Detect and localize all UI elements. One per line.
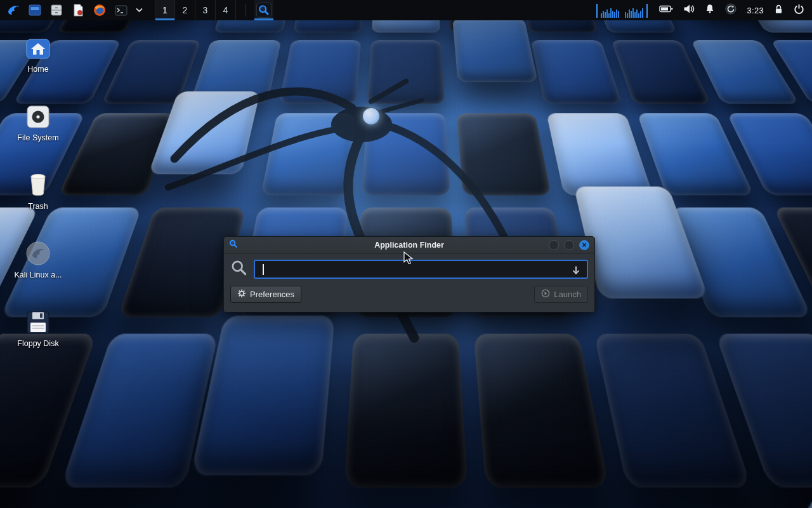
home-icon [25,32,51,61]
desktop-icon-kali-volume[interactable]: Kali Linux a... [8,237,69,279]
desktop-icon-column: Home File System Trash Kali Linux a... F… [8,32,69,348]
graph-cap [596,4,598,18]
drive-icon [25,100,51,130]
desktop-root: 1234 3:23 [0,0,812,508]
desktop-icon-home[interactable]: Home [8,32,69,74]
workspace-1[interactable]: 1 [155,0,175,20]
launch-label: Launch [554,290,581,299]
firefox-icon[interactable] [91,2,108,18]
desktop-icon-file-system[interactable]: File System [8,100,69,142]
desktop-icon-label: Trash [28,202,48,211]
application-finder-icon [256,3,272,18]
desktop-icon-label: Kali Linux a... [14,271,62,279]
system-graph [601,8,619,18]
notifications-bell-icon[interactable] [705,4,715,17]
desktop-icon-label: Home [27,65,48,74]
glass-sphere [363,108,379,124]
volume-icon[interactable] [683,4,695,17]
lock-icon[interactable] [774,4,783,17]
logout-power-icon[interactable] [794,4,804,17]
taskbar-application-finder[interactable] [254,0,273,20]
system-graph [625,8,643,18]
search-input[interactable] [254,260,588,279]
text-caret [263,264,264,275]
minimize-button[interactable] [549,240,559,250]
workspace-3[interactable]: 3 [195,0,216,20]
preferences-label: Preferences [250,290,294,299]
dropdown-arrow-icon[interactable] [569,264,583,277]
close-button[interactable]: × [579,240,589,250]
system-monitor [596,3,648,18]
trash-icon [25,169,51,198]
file-cabinet-icon[interactable] [48,2,65,18]
clock[interactable]: 3:23 [747,6,764,15]
graph-cap [646,4,648,18]
window-magnifier-icon [229,239,238,251]
app-window-icon[interactable] [27,2,43,18]
workspace-4[interactable]: 4 [216,0,236,20]
preferences-button[interactable]: Preferences [230,286,301,303]
application-finder-window: Application Finder × [223,236,595,312]
launch-icon [541,289,550,300]
text-editor-icon[interactable] [70,2,86,18]
workspace-switcher: 1234 [155,0,236,20]
kali-menu-icon[interactable] [5,2,22,18]
gear-icon [237,289,246,300]
search-icon [230,259,247,279]
updates-icon[interactable] [725,3,737,17]
terminal-dropdown-chevron-icon[interactable] [134,2,143,18]
desktop-icon-label: Floppy Disk [17,339,58,348]
maximize-button[interactable] [564,240,574,250]
desktop-icon-label: File System [17,133,58,142]
terminal-icon[interactable] [113,2,129,18]
workspace-2[interactable]: 2 [175,0,195,20]
window-title: Application Finder [224,241,594,250]
launch-button[interactable]: Launch [534,286,588,303]
desktop-icon-floppy[interactable]: Floppy Disk [8,306,69,348]
titlebar[interactable]: Application Finder × [224,237,594,254]
volume-disc-icon [25,237,51,267]
battery-icon[interactable] [659,4,673,16]
panel-separator [245,4,246,17]
desktop-icon-trash[interactable]: Trash [8,169,69,211]
top-panel: 1234 3:23 [0,0,812,20]
system-tray: 3:23 [659,3,804,17]
floppy-icon [25,306,51,335]
